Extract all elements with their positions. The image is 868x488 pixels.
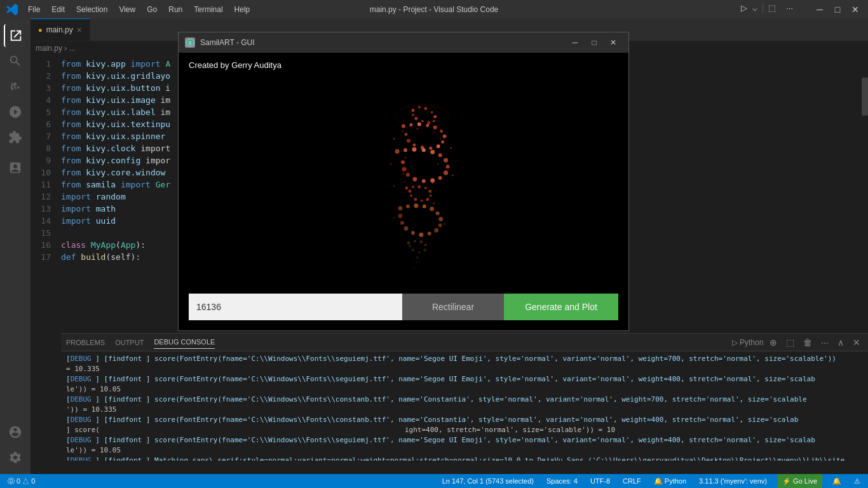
svg-point-37 (438, 176, 442, 180)
svg-point-82 (393, 138, 395, 140)
close-button[interactable]: ✕ (849, 3, 862, 16)
svg-point-11 (421, 120, 424, 123)
tab-label: main.py (46, 25, 73, 34)
output-tab[interactable]: OUTPUT (115, 336, 144, 349)
extensions-activity-icon[interactable] (4, 126, 27, 149)
add-panel-button[interactable]: ⊕ (767, 336, 780, 349)
svg-point-83 (450, 147, 452, 149)
menu-bar: File Edit Selection View Go Run Terminal… (23, 4, 255, 15)
spaces-status[interactable]: Spaces: 4 (544, 477, 580, 485)
visualization-area (189, 75, 618, 291)
debug-line-4: le')) = 10.05 (66, 384, 863, 395)
svg-point-29 (403, 148, 407, 152)
go-live-button[interactable]: ⚡ Go Live (777, 474, 822, 488)
close-panel-button[interactable]: ✕ (850, 336, 863, 349)
svg-point-36 (444, 171, 448, 175)
encoding-status[interactable]: UTF-8 (588, 477, 613, 485)
menu-run[interactable]: Run (163, 4, 187, 15)
svg-point-35 (446, 165, 450, 168)
gui-maximize-button[interactable]: □ (585, 34, 603, 51)
debug-line-5: [DEBUG ] [findfont ] score(FontEntry(fna… (66, 395, 863, 405)
line-col-status[interactable]: Ln 147, Col 1 (5743 selected) (440, 477, 536, 485)
svg-point-39 (422, 179, 426, 183)
split-panel-button[interactable]: ⬚ (783, 336, 797, 349)
more-panel-button[interactable]: ··· (818, 336, 831, 349)
debug-line-10: le')) = 10.05 (66, 445, 863, 456)
problems-tab[interactable]: PROBLEMS (66, 336, 105, 349)
menu-go[interactable]: Go (142, 4, 162, 15)
rectilinear-button[interactable]: Rectilinear (402, 294, 504, 320)
svg-point-47 (424, 187, 427, 189)
svg-point-14 (402, 125, 405, 128)
svg-point-49 (430, 194, 432, 197)
title-bar: File Edit Selection View Go Run Terminal… (0, 0, 868, 19)
svg-point-30 (412, 147, 416, 152)
more-button[interactable]: ··· (786, 3, 793, 16)
svg-point-48 (428, 189, 431, 193)
svg-point-33 (438, 153, 442, 157)
editor-scrollbar[interactable] (862, 78, 868, 361)
menu-edit[interactable]: Edit (46, 4, 70, 15)
svg-point-99 (432, 182, 433, 184)
svg-point-13 (412, 114, 414, 116)
gui-window-title: SamilART - GUI (200, 38, 255, 47)
seed-input[interactable] (189, 294, 402, 320)
svg-point-9 (433, 120, 435, 123)
run-debug-activity-icon[interactable] (4, 100, 27, 123)
maximize-button[interactable]: □ (831, 3, 844, 16)
python-version-status[interactable]: 3.11.3 ('myenv': venv) (696, 477, 770, 485)
svg-point-45 (412, 186, 414, 188)
svg-point-23 (429, 147, 432, 150)
svg-point-55 (398, 206, 403, 210)
vscode-logo-icon (6, 4, 18, 15)
svg-point-61 (438, 217, 443, 221)
explorer-activity-icon[interactable] (4, 24, 27, 47)
debug-console-tab[interactable]: DEBUG CONSOLE (154, 336, 215, 349)
gui-content: Created by Gerry Auditya (179, 53, 628, 330)
panel: PROBLEMS OUTPUT DEBUG CONSOLE ▷ Python ⊕… (61, 333, 868, 460)
gui-close-button[interactable]: ✕ (604, 34, 622, 51)
svg-point-84 (390, 163, 392, 165)
svg-point-53 (410, 194, 412, 197)
warning-status[interactable]: ⚠ (851, 477, 863, 485)
run-button[interactable]: ▷ (741, 3, 747, 16)
menu-terminal[interactable]: Terminal (189, 4, 227, 15)
split-editor-button[interactable]: ⬚ (768, 3, 776, 16)
eol-status[interactable]: CRLF (620, 477, 644, 485)
settings-activity-icon[interactable] (4, 446, 27, 469)
test-activity-icon[interactable] (4, 156, 27, 179)
debug-line-11: [DEBUG ] [findfont ] Matching sans\-seri… (66, 456, 863, 461)
svg-point-7 (431, 111, 433, 114)
menu-view[interactable]: View (114, 4, 140, 15)
source-control-activity-icon[interactable] (4, 75, 27, 98)
svg-point-38 (430, 179, 435, 183)
collapse-panel-button[interactable]: ∧ (835, 336, 846, 349)
run-dropdown[interactable]: ⌵ (752, 3, 757, 16)
svg-point-76 (411, 248, 414, 252)
tab-close-button[interactable]: × (77, 25, 82, 35)
python-bell-status[interactable]: 🔔 Python (651, 477, 689, 485)
svg-point-18 (433, 126, 437, 130)
notification-status[interactable]: 🔔 (830, 477, 844, 485)
main-py-tab[interactable]: ● main.py × (31, 18, 90, 41)
svg-point-27 (404, 133, 407, 136)
gui-controls: Rectilinear Generate and Plot (189, 294, 618, 320)
svg-point-4 (411, 109, 414, 112)
svg-point-64 (428, 232, 431, 236)
debug-line-6: ')) = 10.335 (66, 405, 863, 415)
svg-point-12 (414, 117, 417, 120)
title-bar-left: File Edit Selection View Go Run Terminal… (6, 4, 255, 15)
minimize-button[interactable]: ─ (813, 3, 826, 16)
errors-status[interactable]: ⓪ 0 △ 0 (5, 477, 37, 486)
svg-point-71 (414, 240, 416, 242)
svg-point-19 (440, 130, 443, 133)
menu-selection[interactable]: Selection (71, 4, 112, 15)
menu-help[interactable]: Help (229, 4, 255, 15)
clear-panel-button[interactable]: 🗑 (801, 336, 815, 349)
gui-minimize-button[interactable]: ─ (566, 34, 584, 51)
generate-plot-button[interactable]: Generate and Plot (504, 294, 618, 320)
menu-file[interactable]: File (23, 4, 45, 15)
panel-controls: ▷ Python ⊕ ⬚ 🗑 ··· ∧ ✕ (732, 336, 863, 349)
search-activity-icon[interactable] (4, 50, 27, 72)
account-activity-icon[interactable] (4, 421, 27, 444)
